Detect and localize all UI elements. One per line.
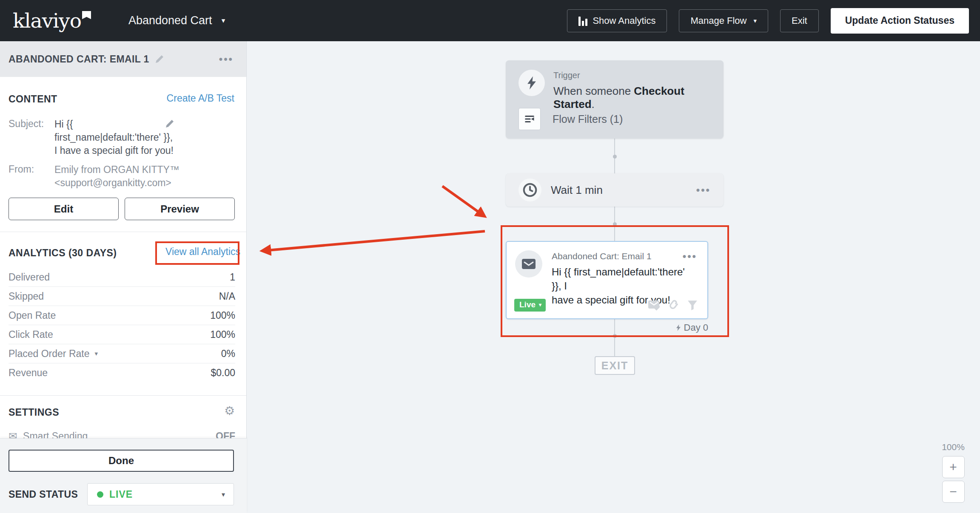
settings-heading: SETTINGS bbox=[9, 407, 59, 418]
flow-title-dropdown[interactable]: Abandoned Cart ▾ bbox=[128, 14, 225, 27]
chevron-down-icon: ▾ bbox=[222, 16, 225, 25]
manage-flow-button[interactable]: Manage Flow ▾ bbox=[679, 9, 768, 32]
edit-button[interactable]: Edit bbox=[9, 198, 119, 220]
analytics-row-placed-order-rate: Placed Order Rate ▾ 0% bbox=[9, 344, 235, 363]
live-status-badge[interactable]: Live ▾ bbox=[514, 299, 546, 312]
done-button[interactable]: Done bbox=[9, 450, 234, 472]
from-value: Emily from ORGAN KITTY™ <support@organki… bbox=[54, 163, 179, 190]
analytics-row-delivered: Delivered 1 bbox=[9, 268, 235, 287]
topbar-actions: Show Analytics Manage Flow ▾ Exit Update… bbox=[567, 0, 969, 41]
trigger-card[interactable]: Trigger When someone Checkout Started. F… bbox=[506, 60, 724, 139]
zoom-in-button[interactable]: + bbox=[942, 456, 965, 478]
clock-icon bbox=[518, 179, 541, 201]
connector-node-dot[interactable] bbox=[613, 334, 617, 338]
day-timing-label: Day 0 bbox=[614, 322, 708, 333]
flow-filters-row[interactable]: Flow Filters (1) bbox=[518, 108, 623, 130]
wait-label: Wait 1 min bbox=[551, 184, 603, 197]
live-status-dot bbox=[97, 491, 103, 498]
connector-node-dot[interactable] bbox=[613, 155, 617, 159]
section-divider bbox=[0, 395, 246, 396]
zoom-level: 100% bbox=[938, 442, 968, 452]
send-status-select[interactable]: LIVE ▾ bbox=[87, 483, 234, 505]
section-divider bbox=[0, 232, 246, 232]
header-more-options-icon[interactable]: ••• bbox=[219, 53, 234, 65]
trigger-kicker: Trigger bbox=[553, 71, 711, 80]
chevron-down-icon: ▾ bbox=[753, 17, 757, 25]
send-status-label: SEND STATUS bbox=[9, 489, 78, 500]
klaviyo-logo[interactable]: klaviyo bbox=[13, 11, 91, 31]
create-ab-test-link[interactable]: Create A/B Test bbox=[167, 93, 234, 104]
email-more-options-icon[interactable]: ••• bbox=[683, 250, 697, 262]
email-action-card[interactable]: Abandoned Cart: Email 1 ••• Hi {{ first_… bbox=[506, 241, 708, 319]
content-heading: CONTENT bbox=[9, 94, 57, 105]
view-all-analytics-link[interactable]: View all Analytics bbox=[165, 246, 240, 258]
analytics-heading: ANALYTICS (30 DAYS) bbox=[9, 247, 117, 259]
top-bar: klaviyo Abandoned Cart ▾ Show Analytics … bbox=[0, 0, 980, 41]
gear-icon[interactable]: ⚙ bbox=[224, 404, 235, 418]
subject-label: Subject: bbox=[9, 118, 44, 130]
email-name-title: ABANDONED CART: EMAIL 1 bbox=[9, 54, 149, 65]
email-card-title: Abandoned Cart: Email 1 bbox=[552, 251, 652, 261]
show-analytics-label: Show Analytics bbox=[593, 15, 655, 26]
bar-chart-icon bbox=[578, 16, 587, 26]
klaviyo-flag-icon bbox=[82, 11, 91, 19]
zoom-controls: 100% + − bbox=[938, 442, 968, 505]
exit-button[interactable]: Exit bbox=[780, 9, 819, 32]
exit-node[interactable]: EXIT bbox=[595, 356, 635, 375]
edit-name-pencil-icon[interactable] bbox=[154, 54, 165, 64]
filter-funnel-icon bbox=[687, 300, 698, 311]
email-sent-check-icon bbox=[648, 300, 661, 311]
preview-button[interactable]: Preview bbox=[125, 198, 235, 220]
analytics-row-revenue: Revenue $0.00 bbox=[9, 363, 235, 383]
analytics-row-skipped: Skipped N/A bbox=[9, 287, 235, 306]
exit-label: Exit bbox=[792, 15, 807, 26]
lightning-bolt-icon bbox=[675, 324, 681, 332]
sidebar-footer: Done SEND STATUS LIVE ▾ bbox=[0, 438, 247, 513]
klaviyo-logo-text: klaviyo bbox=[13, 11, 81, 31]
lightning-bolt-icon bbox=[518, 70, 545, 96]
email-details-sidebar: ABANDONED CART: EMAIL 1 ••• CONTENT Crea… bbox=[0, 41, 247, 513]
chevron-down-icon: ▾ bbox=[539, 302, 541, 308]
subject-value: Hi {{ first_name|default:'there' }}, I h… bbox=[54, 118, 174, 157]
trigger-description: When someone Checkout Started. bbox=[553, 85, 711, 111]
edit-subject-pencil-icon[interactable] bbox=[165, 119, 175, 129]
analytics-row-open-rate: Open Rate 100% bbox=[9, 306, 235, 325]
chevron-down-icon: ▾ bbox=[222, 490, 225, 499]
sidebar-header: ABANDONED CART: EMAIL 1 ••• bbox=[0, 41, 246, 77]
wait-card[interactable]: Wait 1 min ••• bbox=[506, 173, 724, 207]
analytics-table: Delivered 1 Skipped N/A Open Rate 100% C… bbox=[9, 268, 235, 383]
update-action-statuses-button[interactable]: Update Action Statuses bbox=[831, 8, 969, 34]
paperclip-icon bbox=[668, 299, 679, 311]
flow-title: Abandoned Cart bbox=[128, 14, 212, 27]
email-envelope-icon bbox=[515, 250, 542, 278]
flow-filters-label: Flow Filters (1) bbox=[553, 113, 623, 125]
show-analytics-button[interactable]: Show Analytics bbox=[567, 9, 667, 32]
manage-flow-label: Manage Flow bbox=[690, 15, 746, 26]
zoom-out-button[interactable]: − bbox=[942, 481, 965, 503]
connector-node-dot[interactable] bbox=[613, 222, 617, 226]
chevron-down-icon: ▾ bbox=[94, 350, 98, 357]
flow-filters-icon bbox=[518, 108, 541, 130]
wait-more-options-icon[interactable]: ••• bbox=[696, 184, 711, 196]
send-status-value: LIVE bbox=[109, 489, 133, 500]
analytics-row-click-rate: Click Rate 100% bbox=[9, 325, 235, 344]
from-label: From: bbox=[9, 164, 34, 175]
